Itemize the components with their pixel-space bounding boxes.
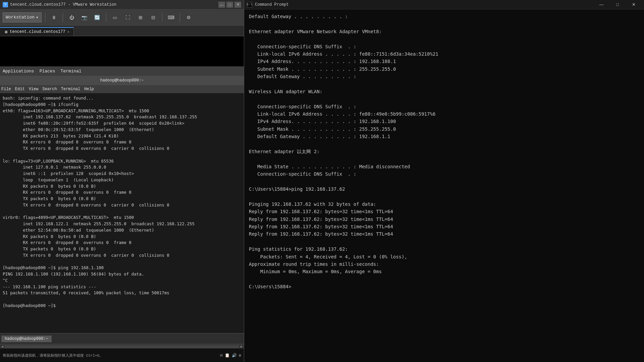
terminal-menu-help[interactable]: Help [84,87,94,92]
vm-black-top [0,36,244,66]
cmd-close-button[interactable]: ✕ [626,0,641,9]
cmd-content: Default Gateway . . . . . . . . . : Ethe… [249,13,639,290]
terminal-menu-terminal[interactable]: Terminal [61,87,80,92]
cmd-output[interactable]: Default Gateway . . . . . . . . . : Ethe… [244,9,644,362]
appbar-places[interactable]: Places [40,69,55,74]
toolbar-view1-button[interactable]: ▭ [110,12,120,22]
terminal-menu-file[interactable]: File [1,87,11,92]
workstation-label: Workstation [6,15,35,20]
toolbar-separator-2 [63,13,63,22]
terminal-menu-view[interactable]: View [29,87,39,92]
vm-statusbar: 将鼠标指向该虚拟机，请将鼠标指针移入其中或按 Ctrl+G。 ⊟ 📋 🔊 ⚙ [0,349,244,362]
toolbar-ctrlaltdel-button[interactable]: ⌨ [166,12,176,22]
vmware-window: V tencent.cloud.centos177 - VMware Works… [0,0,244,362]
vm-hint-text: 将鼠标指向该虚拟机，请将鼠标指针移入其中或按 Ctrl+G。 [3,353,103,358]
toolbar-pause-button[interactable]: ⏸ [49,12,59,22]
appbar-applications[interactable]: Applications [3,69,34,74]
cmd-window: C:\ Command Prompt — □ ✕ Default Gateway… [244,0,644,362]
cmd-maximize-button[interactable]: □ [610,0,625,9]
toolbar-snapshot-button[interactable]: 📷 [79,12,90,22]
linux-appbar: Applications Places Terminal [0,66,244,76]
status-icon-4[interactable]: ⚙ [239,353,241,358]
vm-tab-close[interactable]: ✕ [67,30,69,34]
vm-tab-icon: 🖥 [4,30,8,34]
toolbar-view4-button[interactable]: ⊟ [148,12,159,22]
toolbar-snapshot2-button[interactable]: 🔄 [92,12,103,22]
vmware-minimize-button[interactable]: — [218,2,225,8]
vm-desktop[interactable]: Applications Places Terminal hadoop@hado… [0,66,244,344]
terminal-titlebar: hadoop@hadoop000:~ [0,76,244,85]
vmware-titlebar: V tencent.cloud.centos177 - VMware Works… [0,0,244,9]
appbar-terminal[interactable]: Terminal [60,69,81,74]
status-icon-3[interactable]: 🔊 [232,353,237,358]
cmd-title: Command Prompt [255,2,594,7]
terminal-menu-edit[interactable]: Edit [15,87,25,92]
terminal-content: bash: ipconfig: command not found... [ha… [3,95,241,309]
scroll-indicator: ◀ ▶ [0,344,244,349]
cmd-icon: C:\ [247,2,252,7]
workstation-dropdown[interactable]: Workstation ▾ [3,12,42,22]
terminal-menu-search[interactable]: Search [42,87,57,92]
toolbar-view3-button[interactable]: ⊞ [135,12,146,22]
toolbar-power-button[interactable]: ⏻ [66,12,77,22]
toolbar-separator-1 [45,13,45,22]
toolbar-separator-3 [106,13,106,22]
vmware-tabbar: 🖥 tencent.cloud.centos177 ✕ [0,25,244,36]
toolbar-separator-4 [162,13,162,22]
status-icon-2[interactable]: 📋 [225,353,230,358]
scroll-right-arrow[interactable]: ▶ [239,345,244,349]
terminal-title: hadoop@hadoop000:~ [100,78,144,83]
linux-taskbar: hadoop@hadoop000:~ [0,333,244,344]
scroll-track[interactable] [5,345,239,348]
cmd-window-controls: — □ ✕ [594,0,641,9]
vm-content-area: Applications Places Terminal hadoop@hado… [0,36,244,362]
cmd-titlebar: C:\ Command Prompt — □ ✕ [244,0,644,9]
vmware-maximize-button[interactable]: □ [226,2,233,8]
taskbar-terminal-item[interactable]: hadoop@hadoop000:~ [1,336,52,342]
toolbar-settings-button[interactable]: ⚙ [183,12,194,22]
toolbar-separator-5 [180,13,180,22]
vm-tab-label: tencent.cloud.centos177 [10,29,65,34]
scroll-left-arrow[interactable]: ◀ [0,345,5,349]
vmware-icon: V [3,2,8,7]
terminal-output[interactable]: bash: ipconfig: command not found... [ha… [0,93,244,333]
vmware-window-controls: — □ ✕ [218,2,241,8]
vm-tab[interactable]: 🖥 tencent.cloud.centos177 ✕ [0,27,74,36]
toolbar-view2-button[interactable]: ⛶ [122,12,133,22]
status-icon-1[interactable]: ⊟ [220,353,223,358]
terminal-menu: File Edit View Search Terminal Help [0,85,244,93]
dropdown-arrow: ▾ [36,15,39,20]
vmware-title: tencent.cloud.centos177 - VMware Worksta… [10,2,218,7]
vmware-close-button[interactable]: ✕ [234,2,241,8]
vmware-toolbar: Workstation ▾ ⏸ ⏻ 📷 🔄 ▭ ⛶ ⊞ ⊟ ⌨ ⚙ [0,9,244,25]
cmd-minimize-button[interactable]: — [594,0,609,9]
